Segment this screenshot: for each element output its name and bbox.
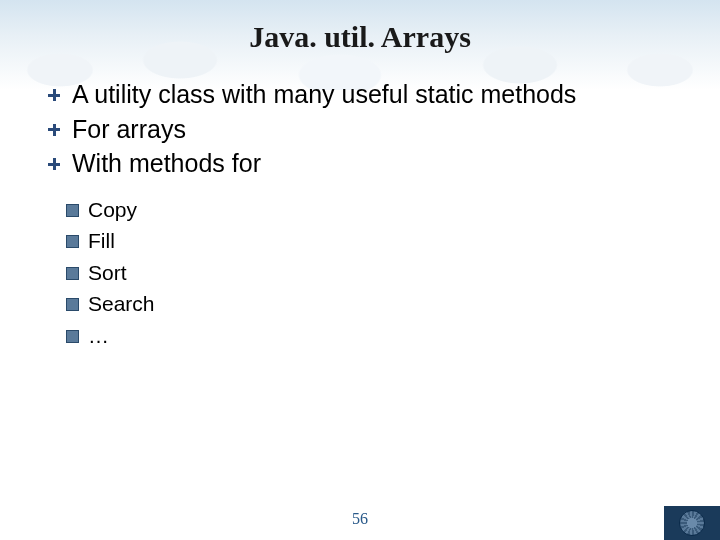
page-number: 56 [0, 510, 720, 528]
sub-bullet-list: Copy Fill Sort Search … [66, 194, 674, 352]
sub-bullet-item: Fill [66, 225, 674, 257]
sub-bullet-item: … [66, 320, 674, 352]
main-bullet-list: A utility class with many useful static … [46, 78, 674, 180]
sub-bullet-item: Sort [66, 257, 674, 289]
sub-bullet-item: Copy [66, 194, 674, 226]
bullet-item: A utility class with many useful static … [46, 78, 674, 111]
slide-content: A utility class with many useful static … [0, 78, 720, 351]
seal-icon [679, 510, 705, 536]
footer-strip [664, 506, 720, 540]
slide: Java. util. Arrays A utility class with … [0, 0, 720, 540]
slide-title: Java. util. Arrays [0, 20, 720, 54]
sub-bullet-item: Search [66, 288, 674, 320]
bullet-item: With methods for [46, 147, 674, 180]
slide-footer: 56 [0, 504, 720, 540]
bullet-item: For arrays [46, 113, 674, 146]
